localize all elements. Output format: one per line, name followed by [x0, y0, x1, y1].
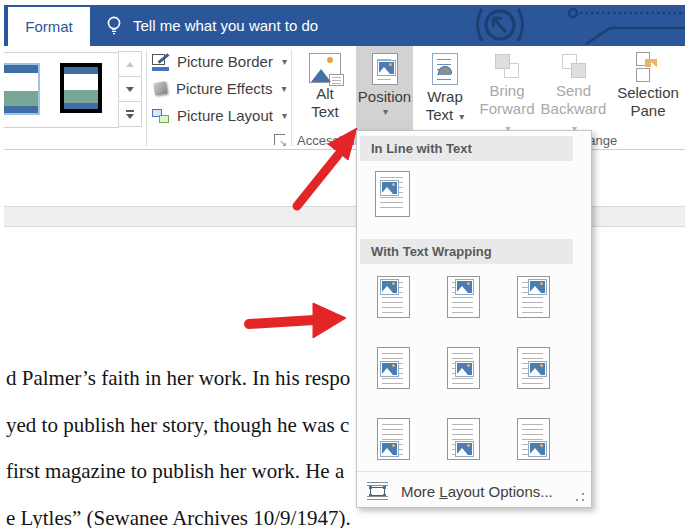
image-thumbnail [456, 442, 473, 456]
document-text-line: yed to publish her story, though he was … [6, 413, 349, 438]
alt-text-label-2: Text [295, 103, 355, 121]
position-option-top-right[interactable] [517, 276, 587, 318]
position-icon-bottom-right [517, 418, 550, 460]
position-icon-top-right [517, 276, 550, 318]
image-thumbnail [381, 280, 398, 294]
gallery-more-button[interactable] [118, 101, 142, 127]
image-thumbnail [378, 61, 395, 75]
picture-effects-icon [153, 81, 168, 96]
position-option-in-line-with-text[interactable] [375, 171, 410, 217]
position-option-bottom-right[interactable] [517, 418, 587, 460]
chevron-down-icon: ▾ [282, 110, 287, 121]
title-bar: Format Tell me what you want to do [4, 5, 685, 46]
chevron-down-icon: ▾ [281, 83, 286, 94]
wrap-grid [357, 276, 591, 460]
picture-border-label: Picture Border [177, 53, 273, 70]
more-layout-options-item[interactable]: More Layout Options... [357, 472, 591, 510]
picture-effects-button[interactable]: Picture Effects ▾ [152, 75, 287, 102]
gallery-scroll-up-button[interactable] [118, 51, 142, 77]
titlebar-decoration [470, 5, 685, 46]
dialog-launcher-icon[interactable] [274, 134, 285, 145]
more-layout-label: More Layout Options... [401, 483, 553, 500]
wrap-text-icon [432, 53, 458, 85]
position-icon-bottom-center [447, 418, 480, 460]
image-thumbnail [529, 280, 546, 294]
position-option-middle-right[interactable] [517, 347, 587, 389]
image-thumbnail [456, 362, 473, 376]
tab-format[interactable]: Format [8, 7, 90, 46]
bring-forward-button[interactable]: Bring Forward ▾ [476, 46, 538, 130]
document-text-line: d Palmer’s faith in her work. In his res… [6, 366, 350, 391]
tell-me-box[interactable]: Tell me what you want to do [104, 5, 318, 46]
picture-tools-menu: Picture Border ▾ Picture Effects ▾ Pictu… [152, 48, 287, 129]
alt-text-label-1: Alt [295, 85, 355, 103]
document-text-line: e Lytles” (Sewanee Archives 10/9/1947). [6, 506, 351, 528]
position-icon [372, 53, 398, 85]
gallery-scroll-down-button[interactable] [118, 76, 142, 102]
position-icon-middle-left [377, 347, 410, 389]
position-dropdown-menu: In Line with Text With Text Wrapping Mor… [356, 130, 592, 508]
position-icon-in-line-with-text [375, 171, 410, 217]
send-backward-button[interactable]: Send Backward ▾ [540, 46, 607, 130]
chevron-down-icon: ▾ [358, 106, 413, 117]
section-header-with-text-wrapping: With Text Wrapping [360, 239, 573, 264]
image-thumbnail [529, 362, 546, 376]
picture-border-button[interactable]: Picture Border ▾ [152, 48, 287, 75]
position-icon-middle-center [447, 347, 480, 389]
gallery-more-icon [125, 110, 135, 119]
position-option-middle-center[interactable] [447, 347, 517, 389]
image-thumbnail [381, 442, 398, 456]
position-icon-top-center [447, 276, 480, 318]
position-option-top-center[interactable] [447, 276, 517, 318]
picture-border-icon [152, 53, 170, 71]
picture-style-thumbnail[interactable] [4, 63, 40, 115]
picture-styles-gallery[interactable] [4, 52, 119, 128]
selection-pane-label-1: Selection [610, 84, 685, 102]
down-arrow-icon [126, 87, 134, 92]
picture-layout-button[interactable]: Picture Layout ▾ [152, 102, 287, 129]
alt-text-icon [309, 53, 341, 83]
up-arrow-icon [126, 62, 134, 67]
selection-pane-label-2: Pane [610, 102, 685, 120]
bring-forward-label-1: Bring [476, 82, 538, 100]
selection-pane-icon [634, 52, 662, 82]
send-backward-icon [561, 54, 587, 80]
tell-me-label: Tell me what you want to do [133, 17, 318, 34]
position-option-bottom-center[interactable] [447, 418, 517, 460]
bring-forward-label-2: Forward [479, 100, 534, 117]
picture-layout-icon [152, 107, 170, 125]
picture-layout-label: Picture Layout [177, 107, 273, 124]
wrap-text-label-2: Text [426, 106, 454, 123]
position-option-top-left[interactable] [377, 276, 447, 318]
position-option-bottom-left[interactable] [377, 418, 447, 460]
lightbulb-icon [104, 15, 124, 37]
resize-grip-icon[interactable] [576, 492, 585, 501]
picture-style-thumbnail-framed[interactable] [60, 63, 102, 113]
word-window: Format Tell me what you want to do [0, 0, 685, 531]
position-icon-top-left [377, 276, 410, 318]
position-button[interactable]: Position ▾ [356, 46, 413, 130]
position-icon-middle-right [517, 347, 550, 389]
selection-pane-button[interactable]: Selection Pane [610, 46, 685, 130]
image-thumbnail [381, 362, 398, 376]
send-backward-label-1: Send [540, 82, 607, 100]
chevron-down-icon: ▾ [282, 56, 287, 67]
document-text-line: first magazine to publish her work. He a [6, 459, 344, 484]
position-label: Position [356, 88, 413, 106]
group-divider [146, 50, 147, 146]
alt-text-button[interactable]: Alt Text [295, 46, 355, 130]
picture-effects-label: Picture Effects [176, 80, 272, 97]
image-thumbnail [529, 442, 546, 456]
section-header-in-line-with-text: In Line with Text [360, 136, 573, 161]
bring-forward-icon [494, 54, 520, 80]
wrap-text-label-1: Wrap [416, 88, 474, 106]
wrap-text-button[interactable]: Wrap Text ▾ [416, 46, 474, 130]
send-backward-label-2: Backward [541, 100, 607, 117]
image-thumbnail [456, 280, 473, 294]
gallery-scroll-controls [118, 52, 140, 127]
position-option-middle-left[interactable] [377, 347, 447, 389]
image-thumbnail [381, 181, 398, 195]
position-icon-bottom-left [377, 418, 410, 460]
group-divider [291, 50, 292, 146]
chevron-down-icon: ▾ [459, 111, 464, 122]
